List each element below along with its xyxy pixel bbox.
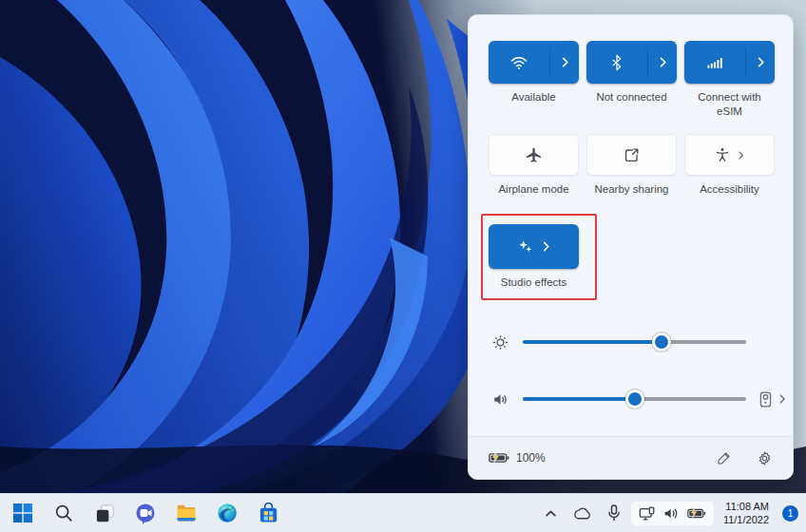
taskbar-tray: 11:08 AM 11/1/2022 1 bbox=[540, 499, 806, 527]
slider-fill bbox=[523, 340, 662, 344]
desktop-screen: Available Not connected bbox=[0, 0, 806, 532]
store-icon bbox=[258, 503, 279, 524]
airplane-mode-label: Airplane mode bbox=[489, 182, 579, 197]
nearby-sharing-icon bbox=[623, 146, 641, 164]
cellular-tile-label: Connect with eSIM bbox=[684, 90, 775, 119]
chat-icon bbox=[134, 502, 157, 524]
volume-icon bbox=[663, 506, 680, 521]
airplane-mode-tile[interactable] bbox=[489, 134, 579, 176]
accessibility-tile[interactable] bbox=[684, 134, 775, 176]
windows-start-icon bbox=[11, 502, 34, 524]
pencil-icon bbox=[717, 450, 732, 466]
edge-icon bbox=[216, 502, 239, 524]
battery-charging-icon bbox=[687, 507, 706, 520]
bluetooth-icon bbox=[586, 54, 647, 71]
notification-count: 1 bbox=[788, 508, 794, 519]
edge-button[interactable] bbox=[211, 497, 243, 529]
nearby-sharing-label: Nearby sharing bbox=[586, 182, 677, 197]
monitor-cast-icon bbox=[639, 506, 656, 521]
speaker-icon bbox=[489, 390, 511, 408]
brightness-row bbox=[489, 329, 773, 355]
wifi-tile[interactable] bbox=[489, 41, 579, 84]
airplane-icon bbox=[525, 146, 543, 164]
quick-settings-row1: Available Not connected bbox=[489, 41, 775, 119]
volume-row bbox=[489, 386, 773, 412]
microphone-tray-button[interactable] bbox=[603, 499, 625, 527]
footer-actions bbox=[717, 450, 773, 466]
quick-settings-panel: Available Not connected bbox=[468, 14, 794, 480]
chevron-right-icon[interactable] bbox=[550, 57, 579, 67]
search-icon bbox=[53, 503, 74, 523]
store-button[interactable] bbox=[252, 497, 284, 529]
bluetooth-tile[interactable] bbox=[586, 41, 677, 84]
battery-charging-icon bbox=[489, 451, 509, 465]
microphone-icon bbox=[607, 504, 621, 522]
chevron-right-icon bbox=[737, 151, 745, 160]
clock-date: 11/1/2022 bbox=[723, 513, 769, 526]
wifi-tile-label: Available bbox=[489, 90, 579, 104]
studio-effects-label: Studio effects bbox=[489, 276, 579, 290]
studio-effects-tile[interactable] bbox=[489, 224, 579, 269]
chevron-up-icon bbox=[545, 507, 557, 520]
chevron-right-icon bbox=[541, 241, 551, 252]
cellular-tile[interactable] bbox=[684, 41, 775, 84]
quick-settings-row3: Studio effects bbox=[489, 224, 775, 290]
cellular-icon bbox=[684, 53, 745, 72]
cloud-icon bbox=[572, 506, 592, 521]
chevron-right-icon[interactable] bbox=[746, 57, 775, 67]
chat-button[interactable] bbox=[129, 497, 162, 529]
accessibility-label: Accessibility bbox=[684, 182, 775, 197]
start-button[interactable] bbox=[7, 497, 39, 529]
battery-status[interactable]: 100% bbox=[489, 451, 546, 465]
notification-badge[interactable]: 1 bbox=[782, 505, 798, 522]
taskbar: 11:08 AM 11/1/2022 1 bbox=[0, 493, 806, 532]
audio-output-icon bbox=[759, 391, 772, 408]
chevron-right-icon bbox=[777, 394, 787, 404]
slider-fill bbox=[523, 397, 635, 401]
clock-time: 11:08 AM bbox=[723, 500, 769, 513]
hidden-icons-button[interactable] bbox=[540, 499, 562, 527]
open-settings-button[interactable] bbox=[757, 450, 773, 466]
slider-thumb[interactable] bbox=[652, 332, 671, 352]
gear-icon bbox=[757, 450, 773, 466]
task-view-button[interactable] bbox=[88, 497, 121, 529]
quick-settings-footer: 100% bbox=[469, 437, 793, 479]
onedrive-tray-button[interactable] bbox=[567, 499, 597, 527]
sparkles-icon bbox=[517, 238, 551, 256]
audio-output-selector[interactable] bbox=[759, 391, 787, 408]
slider-thumb[interactable] bbox=[625, 390, 644, 408]
quick-settings-tray-button[interactable] bbox=[631, 502, 714, 525]
volume-slider[interactable] bbox=[523, 386, 746, 412]
nearby-sharing-tile[interactable] bbox=[586, 134, 677, 176]
task-view-icon bbox=[94, 503, 116, 524]
brightness-slider[interactable] bbox=[523, 329, 746, 355]
battery-percent-label: 100% bbox=[516, 451, 546, 465]
accessibility-icon bbox=[714, 146, 745, 163]
sun-icon bbox=[489, 333, 511, 352]
search-button[interactable] bbox=[48, 497, 80, 529]
clock[interactable]: 11:08 AM 11/1/2022 bbox=[720, 500, 773, 527]
bluetooth-tile-label: Not connected bbox=[586, 90, 677, 104]
edit-quick-settings-button[interactable] bbox=[717, 450, 732, 466]
quick-settings-row2: Airplane mode Nearby sharing bbox=[489, 134, 775, 197]
file-explorer-button[interactable] bbox=[170, 497, 202, 529]
taskbar-apps bbox=[0, 497, 284, 529]
folder-icon bbox=[175, 502, 198, 524]
chevron-right-icon[interactable] bbox=[648, 57, 677, 67]
wifi-icon bbox=[489, 53, 549, 72]
